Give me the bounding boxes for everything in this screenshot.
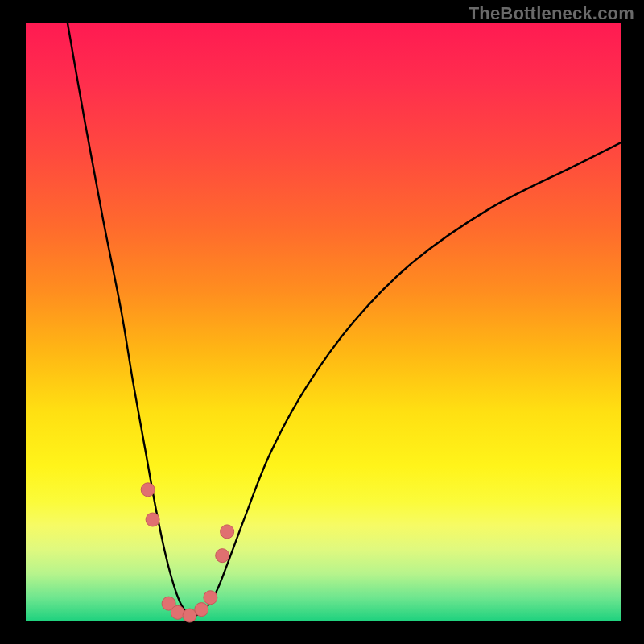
bottleneck-curve <box>68 23 621 616</box>
outer-frame: TheBottleneck.com <box>0 0 644 644</box>
watermark-text: TheBottleneck.com <box>469 3 634 24</box>
curve-marker <box>171 605 184 619</box>
curve-marker <box>195 603 208 617</box>
curve-marker <box>141 483 155 497</box>
curve-marker <box>221 525 234 539</box>
curve-layer <box>26 23 621 621</box>
plot-area <box>26 23 621 621</box>
curve-marker <box>146 513 159 526</box>
curve-marker <box>216 549 229 563</box>
curve-marker <box>204 591 217 605</box>
